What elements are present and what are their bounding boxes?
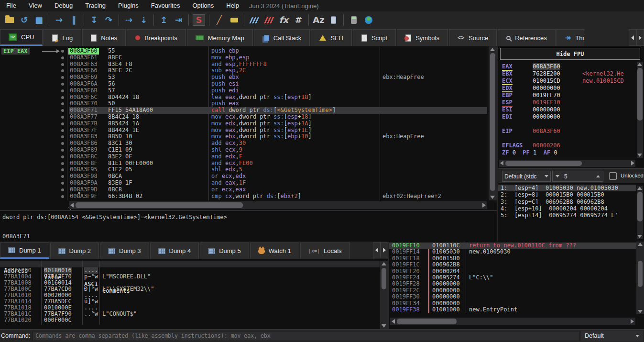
snowman-button[interactable]: # [291, 13, 306, 27]
tab-symbols[interactable]: Symbols [397, 29, 448, 46]
breakpoint-dot-icon[interactable] [61, 76, 64, 79]
breakpoint-dot-icon[interactable] [61, 109, 64, 112]
tab-call-stack[interactable]: Call Stack [254, 29, 310, 46]
breakpoint-dot-icon[interactable] [61, 116, 64, 119]
stack-row[interactable]: 0019FF2000000204 [389, 268, 636, 275]
disasm-row[interactable]: 008A3F7050push eax [0, 100, 488, 107]
disasm-row[interactable]: 008A3F6953push ebxebx:HeapFree [0, 74, 488, 81]
stack-pane[interactable]: 0019FF100100110Creturn to new.0100110C f… [389, 242, 644, 329]
breakpoint-dot-icon[interactable] [61, 162, 64, 165]
command-profile-dropdown[interactable]: Default [581, 331, 643, 342]
calculator-button[interactable] [346, 13, 361, 27]
breakpoint-dot-icon[interactable] [61, 122, 64, 125]
breakpoint-dot-icon[interactable] [61, 135, 64, 138]
stack-row[interactable]: 0019FF1401005030new.01005030 [389, 249, 636, 255]
register-row[interactable]: EDI00000000 [498, 113, 636, 121]
register-value[interactable]: 010015CD [533, 77, 560, 84]
disasm-row[interactable]: 008A3F6C8D4424 18lea eax,dword ptr ss:[e… [0, 94, 488, 101]
scroll-left-icon[interactable] [500, 161, 503, 165]
functions-button[interactable]: fx [276, 13, 291, 27]
argument-depth-spinner[interactable]: 5 [552, 171, 603, 182]
tab-thr[interactable]: ↠Thr [557, 29, 584, 46]
breakpoint-dot-icon[interactable] [61, 102, 64, 105]
menu-help[interactable]: Help [220, 0, 245, 11]
stack-row[interactable]: 0019FF2C00000000 [389, 287, 636, 294]
register-value[interactable]: 00000000 [533, 85, 560, 91]
disasm-row[interactable]: 008A3F89C1E1 09shl ecx,9 [0, 147, 488, 154]
restart-button[interactable]: ↺ [17, 13, 32, 27]
breakpoint-dot-icon[interactable] [61, 50, 64, 53]
step-into-button[interactable]: ↧ [87, 13, 101, 27]
menu-favourites[interactable]: Favourites [145, 0, 186, 11]
scroll-down-icon[interactable] [490, 196, 495, 199]
scroll-right-icon[interactable] [631, 319, 634, 324]
register-value[interactable]: 0019FF10 [533, 99, 560, 106]
tab-dump-2[interactable]: Dump 2 [50, 243, 99, 259]
tab-dump-4[interactable]: Dump 4 [150, 243, 199, 259]
scroll-up-icon[interactable] [490, 48, 495, 51]
disasm-row[interactable]: 008A3F838B5D 10mov ebx,dword ptr ss:[ebp… [0, 133, 488, 140]
disasm-row[interactable]: 008A3F7F8B4424 1Emov eax,dword ptr ss:[e… [0, 127, 488, 134]
regs-hscroll-thumb[interactable] [505, 161, 582, 166]
args-vscroll-thumb[interactable] [637, 192, 643, 221]
breakpoint-dot-icon[interactable] [61, 175, 64, 178]
scroll-left-icon[interactable] [392, 319, 395, 324]
scroll-up-icon[interactable] [637, 63, 642, 66]
scroll-left-icon[interactable] [70, 203, 74, 208]
register-value[interactable]: 008A3F60 [533, 63, 560, 70]
menu-options[interactable]: Options [186, 0, 220, 11]
disasm-row[interactable]: 008A3F9A83E0 1Fand eax,1F [0, 180, 488, 187]
tab-dump-5[interactable]: Dump 5 [200, 243, 249, 259]
tab-scroll-left-button[interactable] [629, 29, 636, 46]
update-button[interactable] [361, 13, 376, 27]
register-row[interactable]: EAX008A3F60 [498, 63, 636, 70]
dump-vscrollbar[interactable] [380, 261, 388, 329]
disasm-row[interactable]: 008A3F8683C1 30add ecx,30 [0, 140, 488, 147]
handles-button[interactable] [326, 13, 341, 27]
disasm-row[interactable]: 008A3F6055push ebp [0, 48, 488, 55]
disasm-vscrollbar[interactable] [489, 46, 497, 200]
register-value[interactable]: 7628E200 [533, 70, 560, 77]
tab-memory-map[interactable]: Memory Map [187, 29, 253, 46]
breakpoint-dot-icon[interactable] [61, 188, 64, 191]
tab-script[interactable]: Script [353, 29, 396, 46]
stack-value[interactable]: 00000000 [432, 300, 460, 307]
strings-button[interactable]: Az [311, 13, 326, 27]
menu-debug[interactable]: Debug [48, 0, 79, 11]
argument-row[interactable]: 4: [esp+10] 00000204 00000204 [498, 205, 636, 212]
disasm-row[interactable]: 008A3F6B57push edi [0, 88, 488, 94]
run-to-user-code-button[interactable]: ⇢ [121, 13, 136, 27]
animate-button[interactable]: S [193, 14, 205, 26]
spinner-down-icon[interactable] [556, 175, 559, 177]
menu-view[interactable]: View [22, 0, 48, 11]
stack-row[interactable]: 0019FF3801001000new.EntryPoint [389, 307, 636, 313]
register-value[interactable]: 008A3F60 [533, 128, 560, 134]
disasm-row[interactable]: 008A3F8C83E2 0Fand edx,F [0, 154, 488, 160]
breakpoint-dot-icon[interactable] [61, 56, 64, 59]
register-row[interactable]: ECX010015CDnew.010015CD [498, 77, 636, 85]
stack-row[interactable]: 0019FF1C006962B8 [389, 262, 636, 268]
execute-till-return-button[interactable]: ↥ [156, 13, 171, 27]
scroll-down-icon[interactable] [637, 154, 642, 157]
tab-notes[interactable]: Notes [82, 29, 126, 46]
scroll-right-icon[interactable] [482, 203, 486, 208]
disasm-row[interactable]: 008A3F980BCAor ecx,edx [0, 173, 488, 180]
register-row[interactable]: EBX7628E200<kernel32.He [498, 70, 636, 77]
scroll-up-icon[interactable] [638, 243, 643, 246]
tab-watch-1[interactable]: Watch 1 [250, 243, 299, 259]
argument-row[interactable]: 5: [esp+14] 00695274 00695274 L' [498, 212, 636, 219]
tab-locals[interactable]: |x=|Locals [300, 243, 350, 259]
open-file-button[interactable] [2, 13, 17, 27]
pause-button[interactable]: ‖ [66, 13, 81, 27]
patch-button[interactable]: ╱ [212, 13, 227, 27]
tab-references[interactable]: References [498, 29, 555, 46]
register-row[interactable]: EDX00000000 [498, 85, 636, 92]
breakpoint-dot-icon[interactable] [61, 149, 64, 152]
register-row[interactable]: ESI00000000 [498, 106, 636, 113]
breakpoint-dot-icon[interactable] [61, 63, 64, 66]
dump-vscroll-thumb[interactable] [382, 268, 386, 289]
tab-log[interactable]: Log [44, 29, 81, 46]
dump-tab-scroll-right-button[interactable] [381, 242, 388, 258]
trace-into-button[interactable] [247, 13, 262, 27]
disasm-row[interactable]: 008A3F618BECmov ebp,esp [0, 55, 488, 61]
